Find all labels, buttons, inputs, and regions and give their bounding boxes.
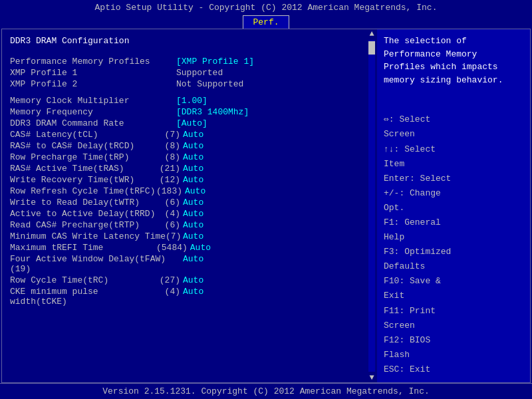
num-active-active-delay: (4) <box>156 209 183 219</box>
value-memory-clock-multiplier: [1.00] <box>176 96 207 106</box>
num-row-cycle-time: (27) <box>156 275 183 285</box>
shortcut-key-f10-save: F10: Save & Exit <box>384 274 457 303</box>
label-memory-frequency: Memory Frequency <box>10 107 176 117</box>
num-cas-latency: (7) <box>156 130 183 140</box>
shortcut-key-change-opt: +/-: Change Opt. <box>384 186 457 215</box>
label-max-trefi-time: Maximum tREFI Time <box>10 243 156 253</box>
row-write-read-delay[interactable]: Write to Read Delay(tWTR) (6) Auto <box>10 198 358 207</box>
label-xmp-profile-1: XMP Profile 1 <box>10 68 176 78</box>
shortcut-select-screen: ⇔: Select Screen <box>384 112 523 142</box>
value-xmp-profile-1: Supported <box>176 68 223 78</box>
row-cas-latency[interactable]: CAS# Latency(tCL) (7) Auto <box>10 130 358 140</box>
scroll-down-arrow[interactable]: ▼ <box>366 373 377 382</box>
shortcut-select-item: ↑↓: Select Item <box>384 142 523 172</box>
shortcut-key-f3-defaults: F3: Optimized Defaults <box>384 245 457 274</box>
label-active-active-delay: Active to Active Delay(tRRD) <box>10 209 156 219</box>
footer-bar: Version 2.15.1231. Copyright (C) 2012 Am… <box>0 383 532 399</box>
label-memory-clock-multiplier: Memory Clock Multiplier <box>10 96 176 106</box>
shortcut-key-esc-exit: ESC: Exit <box>384 362 457 377</box>
row-xmp-profile-2: XMP Profile 2 Not Supported <box>10 79 358 89</box>
footer-title: Version 2.15.1231. Copyright (C) 2012 Am… <box>102 386 429 396</box>
tab-perf[interactable]: Perf. <box>243 15 289 29</box>
value-max-trefi-time: Auto <box>190 243 211 253</box>
shortcut-key-select-screen: ⇔: Select Screen <box>384 112 457 142</box>
label-xmp-profile-2: XMP Profile 2 <box>10 79 176 89</box>
value-precharge-time: Auto <box>183 152 203 162</box>
main-content: DDR3 DRAM Configuration Performance Memo… <box>2 29 530 382</box>
shortcut-change-opt: +/-: Change Opt. <box>384 186 523 215</box>
shortcut-key-f1-help: F1: General Help <box>384 215 457 245</box>
shortcut-f11-print: F11: Print Screen <box>384 304 523 333</box>
label-perf-memory-profiles: Performance Memory Profiles <box>10 57 176 66</box>
scroll-thumb[interactable] <box>368 41 375 55</box>
num-ras-cas-delay: (8) <box>156 141 183 151</box>
row-memory-frequency[interactable]: Memory Frequency [DDR3 1400Mhz] <box>10 107 358 117</box>
row-active-active-delay[interactable]: Active to Active Delay(tRRD) (4) Auto <box>10 209 358 219</box>
value-cke-pulse-width: Auto <box>183 287 203 307</box>
row-row-refresh-cycle-time[interactable]: Row Refresh Cycle Time(tRFC) (183) Auto <box>10 186 358 196</box>
label-write-recovery-time: Write Recovery Time(tWR) <box>10 175 156 185</box>
row-four-active-window-delay[interactable]: Four Active Window Delay(tFAW)(19) Auto <box>10 254 358 274</box>
row-row-cycle-time[interactable]: Row Cycle Time(tRC) (27) Auto <box>10 275 358 285</box>
value-four-active-window-delay: Auto <box>183 254 203 274</box>
num-precharge-time: (8) <box>156 152 183 162</box>
label-read-cas-precharge: Read CAS# Precharge(tRTP) <box>10 220 156 230</box>
value-row-refresh-cycle-time: Auto <box>185 186 205 196</box>
header-bar: Aptio Setup Utility - Copyright (C) 2012… <box>0 0 532 14</box>
right-panel: The selection of Performance Memory Prof… <box>377 29 530 382</box>
label-precharge-time: Row Precharge Time(tRP) <box>10 152 156 162</box>
shortcut-enter-select: Enter: Select <box>384 172 523 186</box>
value-ras-cas-delay: Auto <box>183 141 203 151</box>
shortcut-f3-defaults: F3: Optimized Defaults <box>384 245 523 274</box>
label-four-active-window-delay: Four Active Window Delay(tFAW)(19) <box>10 254 183 274</box>
value-ddr3-command-rate: [Auto] <box>176 118 207 128</box>
row-precharge-time[interactable]: Row Precharge Time(tRP) (8) Auto <box>10 152 358 162</box>
value-memory-frequency: [DDR3 1400Mhz] <box>176 107 249 117</box>
row-ras-cas-delay[interactable]: RAS# to CAS# Delay(tRCD) (8) Auto <box>10 141 358 151</box>
shortcut-key-select-item: ↑↓: Select Item <box>384 142 457 172</box>
shortcut-f12-bios: F12: BIOS Flash <box>384 333 523 362</box>
value-xmp-profile-2: Not Supported <box>176 79 243 89</box>
row-min-cas-write-latency[interactable]: Minimum CAS Write Latency Time(7) Auto <box>10 231 358 241</box>
shortcut-key-enter-select: Enter: Select <box>384 172 457 186</box>
value-min-cas-write-latency: Auto <box>183 231 203 241</box>
tab-bar: Perf. <box>0 14 532 29</box>
num-write-recovery-time: (12) <box>156 175 183 185</box>
shortcuts-panel: ⇔: Select Screen ↑↓: Select Item Enter: … <box>384 112 523 377</box>
row-read-cas-precharge[interactable]: Read CAS# Precharge(tRTP) (6) Auto <box>10 220 358 230</box>
label-write-read-delay: Write to Read Delay(tWTR) <box>10 198 156 207</box>
label-ras-cas-delay: RAS# to CAS# Delay(tRCD) <box>10 141 156 151</box>
scrollbar[interactable]: ▲ ▼ <box>366 29 377 382</box>
shortcut-key-f11-print: F11: Print Screen <box>384 304 457 333</box>
label-ddr3-command-rate: DDR3 DRAM Command Rate <box>10 118 176 128</box>
row-cke-pulse-width[interactable]: CKE minimum pulse width(tCKE) (4) Auto <box>10 287 358 307</box>
value-write-recovery-time: Auto <box>183 175 203 185</box>
scroll-up-arrow[interactable]: ▲ <box>366 29 377 39</box>
row-write-recovery-time[interactable]: Write Recovery Time(tWR) (12) Auto <box>10 175 358 185</box>
scroll-track[interactable] <box>368 40 375 372</box>
left-panel: DDR3 DRAM Configuration Performance Memo… <box>2 29 366 382</box>
label-row-cycle-time: Row Cycle Time(tRC) <box>10 275 156 285</box>
row-xmp-profile-1: XMP Profile 1 Supported <box>10 68 358 78</box>
row-ddr3-command-rate[interactable]: DDR3 DRAM Command Rate [Auto] <box>10 118 358 128</box>
value-row-cycle-time: Auto <box>183 275 203 285</box>
label-cke-pulse-width: CKE minimum pulse width(tCKE) <box>10 287 156 307</box>
section-title: DDR3 DRAM Configuration <box>10 36 358 46</box>
label-ras-active-time: RAS# Active Time(tRAS) <box>10 164 156 174</box>
row-max-trefi-time[interactable]: Maximum tREFI Time (5484) Auto <box>10 243 358 253</box>
num-read-cas-precharge: (6) <box>156 220 183 230</box>
num-ras-active-time: (21) <box>156 164 183 174</box>
row-ras-active-time[interactable]: RAS# Active Time(tRAS) (21) Auto <box>10 164 358 174</box>
value-ras-active-time: Auto <box>183 164 203 174</box>
label-min-cas-write-latency: Minimum CAS Write Latency Time(7) <box>10 231 183 241</box>
header-title: Aptio Setup Utility - Copyright (C) 2012… <box>95 3 438 13</box>
row-memory-clock-multiplier[interactable]: Memory Clock Multiplier [1.00] <box>10 96 358 106</box>
row-perf-memory-profiles[interactable]: Performance Memory Profiles [XMP Profile… <box>10 57 358 66</box>
label-row-refresh-cycle-time: Row Refresh Cycle Time(tRFC) <box>10 186 156 196</box>
num-row-refresh-cycle-time: (183) <box>156 186 185 196</box>
num-write-read-delay: (6) <box>156 198 183 207</box>
value-read-cas-precharge: Auto <box>183 220 203 230</box>
num-cke-pulse-width: (4) <box>156 287 183 307</box>
shortcut-esc-exit: ESC: Exit <box>384 362 523 377</box>
value-write-read-delay: Auto <box>183 198 203 207</box>
